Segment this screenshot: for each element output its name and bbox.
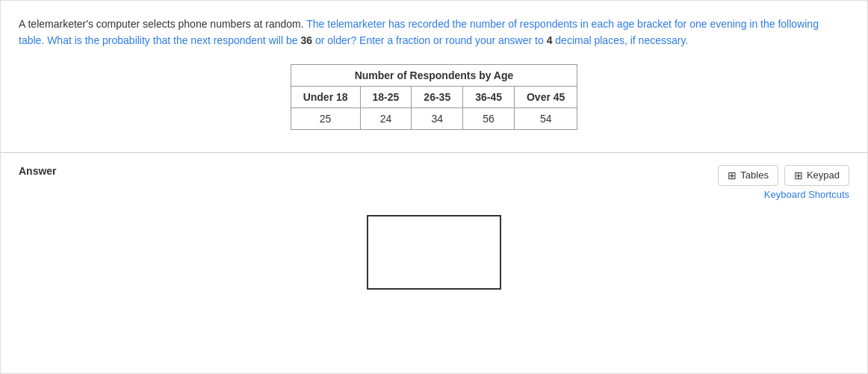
col-header-under18: Under 18: [291, 86, 360, 107]
keyboard-shortcuts-link[interactable]: Keyboard Shortcuts: [764, 189, 849, 200]
keypad-icon: ⊞: [794, 169, 803, 181]
answer-buttons: ⊞ Tables ⊞ Keypad: [718, 165, 849, 186]
question-text: A telemarketer's computer selects phone …: [19, 16, 840, 49]
tables-button[interactable]: ⊞ Tables: [718, 165, 778, 186]
respondents-table: Number of Respondents by Age Under 18 18…: [291, 64, 578, 130]
question-part1: A telemarketer's computer selects phone …: [19, 18, 304, 30]
table-title: Number of Respondents by Age: [291, 64, 577, 86]
answer-label: Answer: [19, 165, 57, 177]
col-header-36-45: 36-45: [463, 86, 515, 107]
answer-header: Answer ⊞ Tables ⊞ Keypad Keyboard Shortc…: [19, 165, 849, 200]
question-highlight1: 36: [300, 34, 312, 46]
question-section: A telemarketer's computer selects phone …: [1, 1, 867, 153]
table-wrapper: Number of Respondents by Age Under 18 18…: [19, 64, 849, 130]
col-header-over45: Over 45: [514, 86, 577, 107]
cell-over45: 54: [514, 107, 577, 129]
main-container: A telemarketer's computer selects phone …: [0, 0, 868, 374]
answer-section: Answer ⊞ Tables ⊞ Keypad Keyboard Shortc…: [1, 153, 867, 302]
cell-under18: 25: [291, 107, 360, 129]
question-part3: or older? Enter a fraction or round your…: [312, 34, 547, 46]
keypad-label: Keypad: [807, 169, 840, 181]
tables-label: Tables: [740, 169, 769, 181]
col-header-18-25: 18-25: [360, 86, 412, 107]
answer-input-box[interactable]: [367, 215, 501, 290]
answer-input-area: [19, 215, 849, 290]
question-part5: if necessary.: [627, 34, 688, 46]
answer-tools: ⊞ Tables ⊞ Keypad Keyboard Shortcuts: [718, 165, 849, 200]
cell-26-35: 34: [412, 107, 463, 129]
cell-36-45: 56: [463, 107, 515, 129]
cell-18-25: 24: [360, 107, 412, 129]
tables-icon: ⊞: [728, 169, 737, 181]
table-title-row: Number of Respondents by Age: [291, 64, 577, 86]
col-header-26-35: 26-35: [412, 86, 463, 107]
table-data-row: 25 24 34 56 54: [291, 107, 577, 129]
keypad-button[interactable]: ⊞ Keypad: [784, 165, 849, 186]
table-header-row: Under 18 18-25 26-35 36-45 Over 45: [291, 86, 577, 107]
question-part4: decimal places,: [552, 34, 627, 46]
